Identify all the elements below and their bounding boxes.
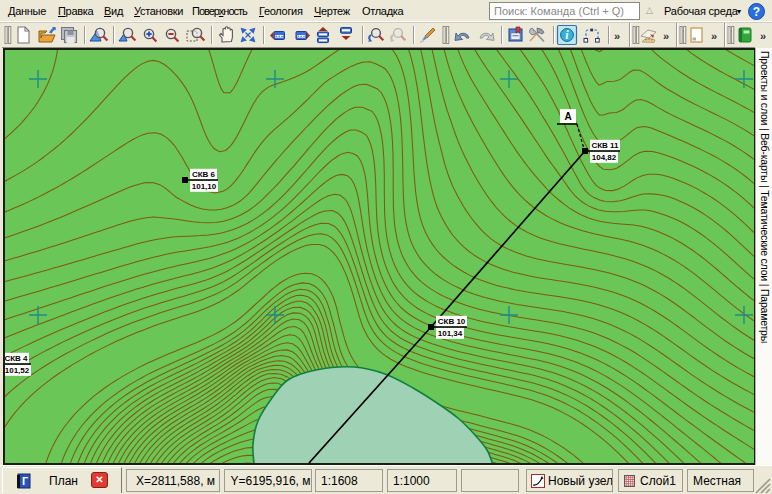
svg-text:Г: Г [22,475,29,487]
svg-text:101,52: 101,52 [5,366,30,375]
svg-text:»: » [614,30,620,42]
svg-text:101,34: 101,34 [438,329,463,338]
svg-text:104,82: 104,82 [592,153,617,162]
svg-text:»: » [760,30,766,42]
svg-text:101,10: 101,10 [192,182,217,191]
svg-text:СКВ 10: СКВ 10 [438,317,466,326]
svg-text:А: А [564,111,571,122]
svg-text:СКВ 11: СКВ 11 [591,141,619,150]
svg-text:СКВ 4: СКВ 4 [4,354,28,363]
svg-text:»: » [663,30,669,42]
svg-text:СКВ 6: СКВ 6 [192,170,216,179]
svg-text:»: » [711,30,717,42]
svg-text:?: ? [753,5,760,19]
